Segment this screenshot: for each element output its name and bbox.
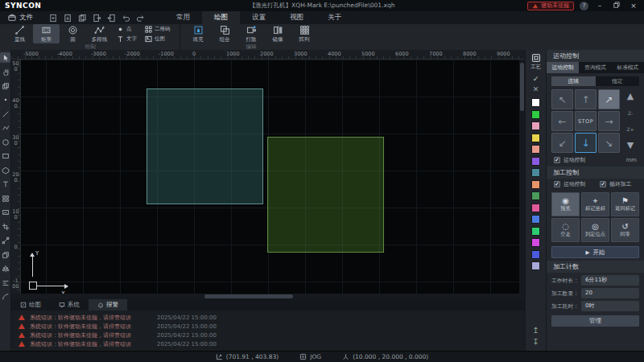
tool-point[interactable]: 点: [117, 26, 137, 33]
color-swatch[interactable]: [531, 168, 540, 177]
mark-coordinates-button[interactable]: ⌖ 标记坐标: [581, 192, 609, 216]
vertical-scrollbar[interactable]: [519, 60, 525, 294]
jog-left-button[interactable]: ←: [551, 111, 573, 131]
tab-query-mode[interactable]: 查询模式: [579, 62, 611, 73]
new-file-icon[interactable]: [49, 14, 58, 23]
tab-continuous[interactable]: 连续: [551, 76, 596, 86]
export-file-icon[interactable]: [107, 14, 116, 23]
log-tab-system[interactable]: 系统: [50, 299, 89, 311]
tool-explode[interactable]: 打散: [238, 24, 265, 43]
open-file-icon[interactable]: [64, 14, 72, 23]
start-button[interactable]: ▶ 开始: [551, 246, 639, 258]
color-swatch[interactable]: [531, 250, 540, 259]
tab-common[interactable]: 常用: [164, 11, 202, 24]
stop-button[interactable]: STOP: [575, 111, 597, 131]
align-button[interactable]: [0, 278, 10, 288]
cancel-button[interactable]: ✕: [533, 85, 539, 96]
rectangle-shape-green[interactable]: [267, 137, 384, 253]
redo-icon[interactable]: [136, 14, 145, 23]
copy-button[interactable]: [0, 249, 10, 260]
jog-down-left-button[interactable]: ↙: [551, 133, 573, 153]
tab-view[interactable]: 视图: [278, 11, 316, 24]
color-swatch[interactable]: [531, 98, 540, 107]
color-swatch[interactable]: [531, 238, 540, 247]
jog-down-right-button[interactable]: ↘: [598, 133, 620, 153]
process-motion-checkbox[interactable]: ✓: [554, 181, 560, 187]
tool-mirror[interactable]: 镜像: [265, 24, 291, 43]
rectangle-shape-teal[interactable]: [147, 88, 263, 204]
dry-run-button[interactable]: ◌ 空走: [551, 218, 580, 242]
polygon-tool-button[interactable]: [0, 165, 10, 175]
horizontal-scrollbar[interactable]: [11, 294, 525, 299]
minimize-button[interactable]: –: [594, 1, 605, 10]
color-swatch[interactable]: [531, 157, 540, 166]
point-tool-button[interactable]: [0, 95, 10, 105]
tool-array[interactable]: 阵列: [291, 24, 318, 43]
z-down-button[interactable]: ▼: [627, 142, 634, 150]
color-swatch[interactable]: [531, 121, 540, 130]
jog-right-button[interactable]: →: [598, 111, 620, 131]
color-swatch[interactable]: [531, 180, 540, 189]
vertical-scroll-handle[interactable]: [520, 63, 524, 111]
preview-button[interactable]: ◉ 预览: [551, 192, 580, 216]
restore-button[interactable]: [611, 1, 622, 10]
qrcode-tool-button[interactable]: [0, 193, 10, 204]
tool-line[interactable]: 直线: [6, 24, 33, 43]
tool-rectangle[interactable]: 矩形: [33, 24, 60, 43]
jog-up-right-button[interactable]: ↗: [598, 89, 620, 109]
log-tab-draw[interactable]: 绘图: [11, 299, 50, 311]
crop-tool-button[interactable]: [0, 221, 10, 232]
tab-motion-control[interactable]: 运动控制: [547, 62, 579, 73]
tab-about[interactable]: 关于: [316, 11, 353, 24]
motion-control-checkbox[interactable]: ✓: [554, 157, 560, 163]
import-file-icon[interactable]: [93, 14, 101, 23]
layers-button[interactable]: [0, 80, 10, 91]
node-edit-button[interactable]: [0, 236, 10, 246]
rectangle-tool-button[interactable]: [0, 151, 10, 162]
manage-button[interactable]: 管理: [551, 315, 639, 327]
line-tool-button[interactable]: [0, 109, 10, 119]
tool-polyline[interactable]: 多段线: [86, 24, 113, 43]
tab-draw[interactable]: 绘图: [202, 11, 240, 24]
move-down-button[interactable]: ↧: [532, 338, 539, 346]
return-to-mark-button[interactable]: ⚑ 返回标记: [611, 192, 639, 216]
loop-machining-checkbox[interactable]: ✓: [600, 181, 606, 187]
drawing-canvas[interactable]: Y X: [21, 60, 519, 294]
text-tool-button[interactable]: [0, 179, 10, 190]
tool-text[interactable]: 文字: [117, 35, 137, 43]
tab-settings[interactable]: 设置: [240, 11, 278, 24]
home-button[interactable]: ↺ 回零: [611, 218, 639, 242]
go-to-position-button[interactable]: ◎ 到定位点: [581, 218, 609, 242]
process-button[interactable]: 工艺: [530, 53, 541, 71]
close-button[interactable]: ×: [628, 1, 639, 10]
color-swatch[interactable]: [531, 191, 540, 200]
tool-bitmap[interactable]: 位图: [145, 35, 171, 43]
move-up-button[interactable]: ↥: [532, 327, 539, 335]
drive-disabled-badge[interactable]: 驱动未使能: [527, 2, 574, 10]
color-swatch[interactable]: [531, 110, 540, 119]
confirm-button[interactable]: ✓: [533, 75, 539, 85]
color-swatch[interactable]: [531, 134, 540, 142]
mirror-button[interactable]: [0, 264, 10, 274]
log-tab-alarm[interactable]: 报警: [89, 299, 127, 311]
horizontal-scroll-handle[interactable]: [204, 294, 293, 298]
jog-up-button[interactable]: ↑: [575, 89, 597, 109]
select-tool-button[interactable]: [0, 52, 10, 63]
tab-fixed[interactable]: 指定: [596, 76, 640, 86]
color-swatch[interactable]: [531, 145, 540, 154]
tool-qrcode[interactable]: 二维码: [145, 26, 171, 33]
arc-tool-button[interactable]: [0, 292, 10, 302]
undo-icon[interactable]: [122, 14, 130, 23]
polyline-tool-button[interactable]: [0, 123, 10, 134]
file-menu-button[interactable]: 文件: [0, 11, 41, 24]
jog-up-left-button[interactable]: ↖: [551, 89, 573, 109]
image-tool-button[interactable]: [0, 208, 10, 218]
pan-tool-button[interactable]: [0, 67, 10, 77]
tool-fill[interactable]: 填充: [185, 24, 212, 43]
color-swatch[interactable]: [531, 227, 540, 236]
z-up-button[interactable]: ▲: [627, 93, 634, 101]
tool-circle[interactable]: 圆: [60, 24, 86, 43]
jog-down-button[interactable]: ↓: [575, 133, 597, 153]
tab-standard-mode[interactable]: 标准模式: [612, 62, 644, 73]
save-file-icon[interactable]: [78, 14, 87, 23]
